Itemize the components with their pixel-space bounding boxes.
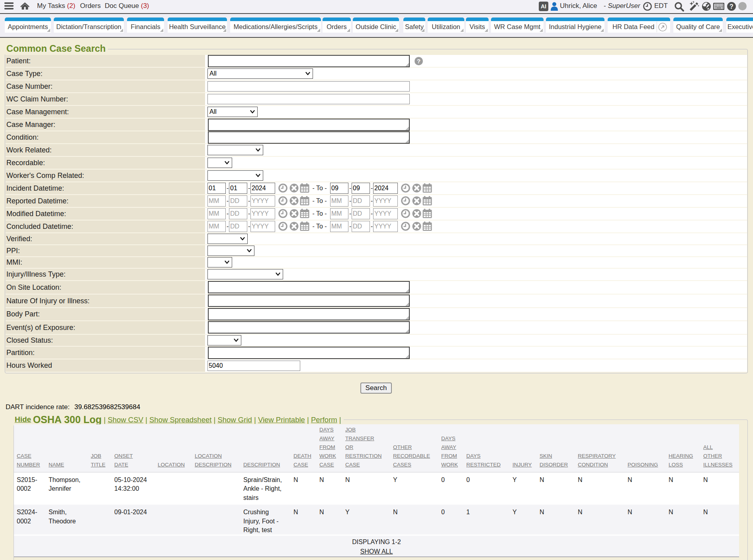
svg-text:?: ? — [730, 3, 733, 10]
svg-text:?: ? — [417, 58, 421, 64]
